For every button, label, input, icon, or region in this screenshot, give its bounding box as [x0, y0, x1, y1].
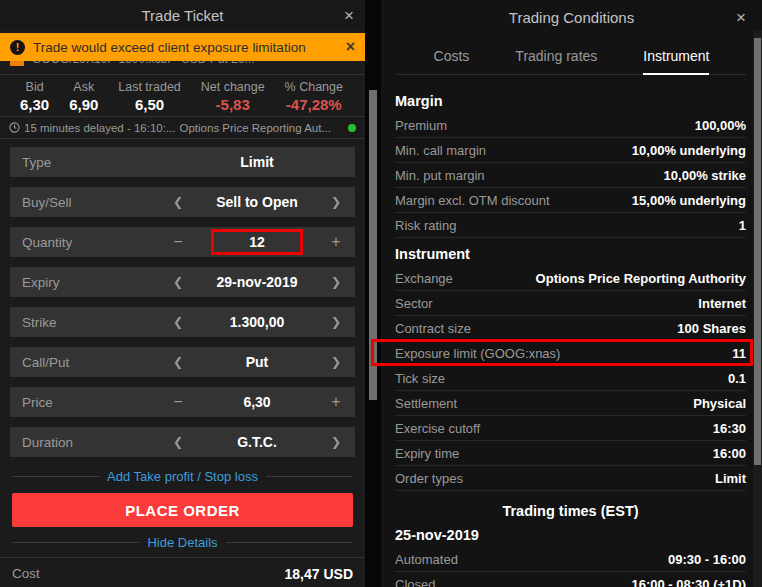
minus-icon[interactable]: − — [171, 393, 185, 411]
left-panel-scrollbar[interactable] — [369, 90, 377, 400]
trade-ticket-header: Trade Ticket × — [0, 0, 365, 30]
field-buy-sell[interactable]: Buy/Sell ❮ Sell to Open ❯ — [10, 187, 355, 217]
margin-section-heading: Margin — [395, 89, 746, 113]
hide-details-row: Hide Details — [0, 533, 365, 551]
quote-strip: Bid 6,30 Ask 6,90 Last traded 6,50 Net c… — [0, 75, 365, 116]
table-row: Premium 100,00% — [395, 113, 746, 138]
table-row: Exchange Options Price Reporting Authori… — [395, 266, 746, 291]
cost-row: Cost 18,47 USD — [0, 557, 365, 587]
chevron-left-icon[interactable]: ❮ — [171, 315, 185, 329]
green-status-dot — [348, 124, 356, 132]
quote-col-bid: Bid 6,30 — [20, 80, 49, 113]
scrollbar-track[interactable] — [753, 30, 762, 587]
table-row: Automated 09:30 - 16:00 — [395, 547, 746, 572]
price-value: 6,30 — [185, 394, 329, 410]
quote-col-ask: Ask 6,90 — [69, 80, 98, 113]
duration-value: G.T.C. — [185, 434, 329, 450]
table-row: Risk rating 1 — [395, 213, 746, 238]
trading-conditions-title: Trading Conditions — [509, 9, 634, 26]
add-take-profit-link[interactable]: Add Take profit / Stop loss — [107, 469, 258, 484]
field-type[interactable]: Type ❮ Limit ❯ — [10, 147, 355, 177]
quote-col-pct-change: % Change -47,28% — [285, 80, 343, 113]
warning-text: Trade would exceed client exposure limit… — [33, 40, 338, 55]
trading-conditions-header: Trading Conditions × — [381, 0, 762, 34]
field-duration[interactable]: Duration ❮ G.T.C. ❯ — [10, 427, 355, 457]
close-icon[interactable]: × — [344, 7, 354, 24]
trading-conditions-panel: Trading Conditions × Costs Trading rates… — [381, 0, 762, 587]
plus-icon[interactable]: + — [329, 393, 343, 411]
table-row: Exercise cutoff 16:30 — [395, 416, 746, 441]
trading-times-date: 25-nov-2019 — [395, 523, 746, 547]
clock-icon — [9, 122, 20, 133]
close-icon[interactable]: × — [736, 9, 746, 26]
chevron-right-icon[interactable]: ❯ — [329, 275, 343, 289]
strike-value: 1.300,00 — [185, 314, 329, 330]
place-order-button[interactable]: PLACE ORDER — [12, 493, 353, 527]
call-put-value: Put — [185, 354, 329, 370]
quote-col-last-traded: Last traded 6,50 — [118, 80, 181, 113]
instrument-name: GOOG/29X19P 1300:xcbf - USD Put 29... — [32, 61, 255, 66]
tab-bar: Costs Trading rates Instrument — [397, 48, 746, 75]
table-row: Order types Limit — [395, 466, 746, 491]
instrument-chip-icon — [10, 61, 24, 66]
chevron-right-icon[interactable]: ❯ — [329, 315, 343, 329]
exposure-warning-banner: ! Trade would exceed client exposure lim… — [0, 33, 365, 61]
background-gap — [365, 0, 381, 587]
table-row: Tick size 0.1 — [395, 366, 746, 391]
chevron-left-icon[interactable]: ❮ — [171, 275, 185, 289]
tab-trading-rates[interactable]: Trading rates — [515, 48, 597, 74]
field-expiry[interactable]: Expiry ❮ 29-nov-2019 ❯ — [10, 267, 355, 297]
minus-icon[interactable]: − — [171, 233, 185, 251]
table-row: Settlement Physical — [395, 391, 746, 416]
cost-label: Cost — [12, 566, 40, 582]
plus-icon[interactable]: + — [329, 233, 343, 251]
type-value: Limit — [185, 154, 329, 170]
quote-col-net-change: Net change -5,83 — [201, 80, 265, 113]
order-form: Type ❮ Limit ❯ Buy/Sell ❮ Sell to Open ❯… — [0, 139, 365, 457]
warning-close-icon[interactable]: × — [346, 38, 355, 56]
delay-notice: 15 minutes delayed - 16:10:... Options P… — [0, 117, 365, 138]
trade-ticket-title: Trade Ticket — [142, 7, 224, 24]
instrument-row-clipped: GOOG/29X19P 1300:xcbf - USD Put 29... — [0, 61, 365, 74]
tab-costs[interactable]: Costs — [434, 48, 470, 74]
chevron-left-icon[interactable]: ❮ — [171, 195, 185, 209]
table-row: Min. put margin 10,00% strike — [395, 163, 746, 188]
instrument-section-heading: Instrument — [395, 242, 746, 266]
buy-sell-value: Sell to Open — [185, 194, 329, 210]
table-row: Min. call margin 10,00% underlying — [395, 138, 746, 163]
table-row: Sector Internet — [395, 291, 746, 316]
chevron-right-icon[interactable]: ❯ — [329, 435, 343, 449]
chevron-left-icon[interactable]: ❮ — [171, 355, 185, 369]
warning-icon: ! — [10, 40, 25, 55]
exposure-limit-row: Exposure limit (GOOG:xnas) 11 — [395, 341, 746, 366]
table-row: Margin excl. OTM discount 15,00% underly… — [395, 188, 746, 213]
cost-value: 18,47 USD — [285, 566, 353, 582]
table-row: Contract size 100 Shares — [395, 316, 746, 341]
take-profit-row: Add Take profit / Stop loss — [0, 467, 365, 485]
trading-times-heading: Trading times (EST) — [395, 499, 746, 523]
quantity-input[interactable]: 12 — [211, 229, 303, 255]
field-call-put[interactable]: Call/Put ❮ Put ❯ — [10, 347, 355, 377]
hide-details-link[interactable]: Hide Details — [147, 535, 217, 550]
chevron-right-icon[interactable]: ❯ — [329, 195, 343, 209]
tab-instrument[interactable]: Instrument — [643, 48, 709, 75]
scrollbar-thumb[interactable] — [754, 38, 761, 465]
field-quantity[interactable]: Quantity − 12 + — [10, 227, 355, 257]
field-price[interactable]: Price − 6,30 + — [10, 387, 355, 417]
conditions-content: Margin Premium 100,00% Min. call margin … — [381, 75, 762, 587]
table-row: Closed 16:00 - 08:30 (+1D) — [395, 572, 746, 587]
field-strike[interactable]: Strike ❮ 1.300,00 ❯ — [10, 307, 355, 337]
chevron-left-icon[interactable]: ❮ — [171, 435, 185, 449]
chevron-right-icon[interactable]: ❯ — [329, 355, 343, 369]
exchange-feed-text: Options Price Reporting Aut... — [180, 122, 332, 134]
expiry-value: 29-nov-2019 — [185, 274, 329, 290]
delay-text: 15 minutes delayed - 16:10:... — [24, 122, 176, 134]
trade-ticket-panel: Trade Ticket × ! Trade would exceed clie… — [0, 0, 365, 587]
table-row: Expiry time 16:00 — [395, 441, 746, 466]
